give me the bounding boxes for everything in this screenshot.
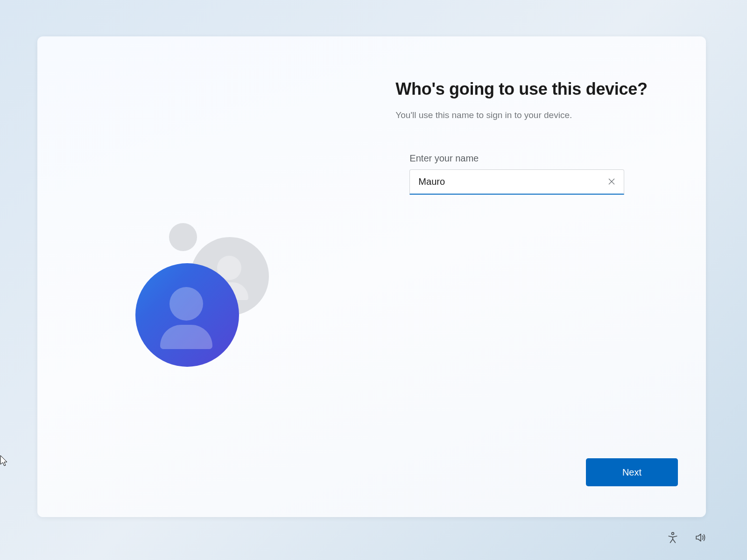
form-panel: Who's going to use this device? You'll u… [358,36,706,517]
decorative-dot [169,223,197,251]
name-input[interactable] [409,169,624,195]
volume-button[interactable] [694,532,707,545]
page-subtitle: You'll use this name to sign in to your … [395,110,657,120]
clear-input-button[interactable] [606,176,618,188]
system-tray [666,532,707,545]
svg-point-2 [672,532,674,535]
mouse-cursor-icon [0,455,9,467]
user-avatar-illustration [133,223,320,391]
volume-icon [695,532,707,546]
illustration-panel [37,36,358,517]
name-input-label: Enter your name [409,153,657,164]
foreground-avatar-icon [135,263,239,367]
name-input-section: Enter your name [409,153,657,195]
accessibility-button[interactable] [666,532,679,545]
accessibility-icon [667,532,679,546]
page-heading: Who's going to use this device? [395,79,657,99]
next-button[interactable]: Next [586,458,678,486]
setup-card: Who's going to use this device? You'll u… [37,36,706,517]
input-wrapper [409,169,624,195]
close-icon [608,178,615,187]
